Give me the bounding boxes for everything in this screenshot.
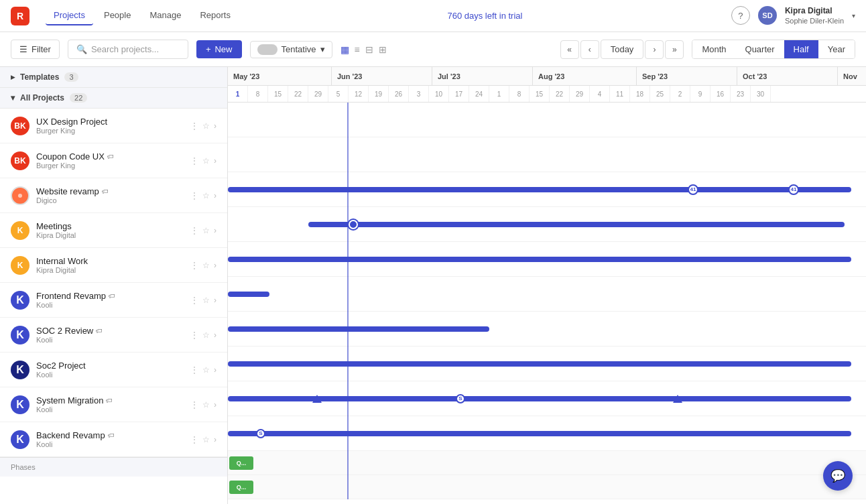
project-client-soc2-project: Kooli (36, 371, 185, 379)
dots-icon[interactable]: ⋮ (190, 365, 198, 375)
expand-icon[interactable]: › (214, 400, 216, 410)
gantt-row-phases-1: Q... (228, 451, 866, 475)
grid-icon[interactable]: ⊟ (365, 44, 373, 55)
project-actions-meetings: ⋮ ☆ › (190, 226, 216, 235)
expand-icon[interactable]: › (214, 330, 216, 340)
project-icon-soc2-review: K (11, 326, 29, 344)
project-info-backend-revamp: Backend Revamp 🏷 Kooli (36, 430, 185, 448)
gantt-row-coupon-code (228, 137, 866, 172)
nav-manage[interactable]: Manage (141, 6, 189, 25)
templates-section-header[interactable]: ▸ Templates 3 (0, 67, 227, 88)
month-row: May '23 Jun '23 Jul '23 Aug '23 Sep '23 … (228, 67, 866, 86)
project-client-backend-revamp: Kooli (36, 440, 185, 448)
tab-year[interactable]: Year (818, 40, 855, 58)
project-info-coupon-code: Coupon Code UX 🏷 Burger King (36, 151, 185, 170)
star-icon[interactable]: ☆ (202, 435, 210, 444)
dots-icon[interactable]: ⋮ (190, 156, 198, 166)
star-icon[interactable]: ☆ (202, 226, 210, 235)
dots-icon[interactable]: ⋮ (190, 121, 198, 131)
left-button[interactable]: ‹ (580, 40, 599, 59)
tag-icon-frontend: 🏷 (109, 292, 115, 300)
project-client-website-revamp: Digico (36, 196, 185, 204)
table-icon[interactable]: ⊞ (379, 44, 387, 55)
chat-bubble[interactable]: 💬 (823, 461, 853, 491)
dots-icon[interactable]: ⋮ (190, 191, 198, 200)
day-17: 17 (449, 86, 469, 102)
star-icon[interactable]: ☆ (202, 365, 210, 375)
project-name-meetings: Meetings (36, 221, 185, 231)
star-icon[interactable]: ☆ (202, 330, 210, 340)
nav-reports[interactable]: Reports (192, 6, 239, 25)
dots-icon[interactable]: ⋮ (190, 261, 198, 270)
expand-icon[interactable]: › (214, 191, 216, 200)
project-client-internal-work: Kipra Digital (36, 266, 185, 274)
project-name-soc2-project: Soc2 Project (36, 361, 185, 371)
project-row-ux-design[interactable]: BK UX Design Project Burger King ⋮ ☆ › (0, 109, 227, 143)
dots-icon[interactable]: ⋮ (190, 296, 198, 305)
project-name-system-migration: System Migration 🏷 (36, 395, 185, 405)
user-avatar: SD (758, 6, 777, 25)
today-button[interactable]: Today (601, 40, 644, 59)
day-8: 8 (248, 86, 268, 102)
timeline-navigation: « ‹ Today › » (560, 40, 684, 59)
expand-icon[interactable]: › (214, 156, 216, 166)
gantt-chart-area[interactable]: May '23 Jun '23 Jul '23 Aug '23 Sep '23 … (228, 67, 866, 504)
nav-people[interactable]: People (96, 6, 139, 25)
bar-chart-icon[interactable]: ▦ (341, 44, 349, 55)
tab-half[interactable]: Half (784, 40, 818, 58)
star-icon[interactable]: ☆ (202, 121, 210, 131)
filter-button[interactable]: ☰ Filter (11, 40, 60, 59)
view-icons: ▦ ≡ ⊟ ⊞ (341, 44, 387, 55)
day-8b: 8 (509, 86, 530, 102)
project-row-coupon-code[interactable]: BK Coupon Code UX 🏷 Burger King ⋮ ☆ › (0, 143, 227, 178)
help-button[interactable]: ? (731, 6, 750, 25)
month-oct: Oct '23 (737, 67, 838, 85)
double-right-button[interactable]: » (665, 40, 684, 59)
expand-icon[interactable]: › (214, 435, 216, 444)
project-row-frontend-revamp[interactable]: K Frontend Revamp 🏷 Kooli ⋮ ☆ › (0, 283, 227, 318)
star-icon[interactable]: ☆ (202, 296, 210, 305)
star-icon[interactable]: ☆ (202, 400, 210, 410)
expand-icon[interactable]: › (214, 226, 216, 235)
right-button[interactable]: › (645, 40, 664, 59)
expand-icon[interactable]: › (214, 261, 216, 270)
dots-icon[interactable]: ⋮ (190, 435, 198, 444)
day-26: 26 (389, 86, 409, 102)
app-logo[interactable]: R (11, 7, 29, 25)
nav-right: ? SD Kipra Digital Sophie Diler-Klein ▾ (731, 6, 855, 26)
user-menu-chevron[interactable]: ▾ (852, 12, 855, 19)
project-icon-backend-revamp: K (11, 430, 29, 449)
expand-icon[interactable]: › (214, 296, 216, 305)
project-info-frontend-revamp: Frontend Revamp 🏷 Kooli (36, 291, 185, 309)
expand-icon[interactable]: › (214, 121, 216, 131)
gantt-row-meetings (228, 207, 866, 242)
list-icon[interactable]: ≡ (355, 44, 360, 55)
project-client-frontend-revamp: Kooli (36, 301, 185, 309)
expand-icon[interactable]: › (214, 365, 216, 375)
search-icon: 🔍 (76, 44, 87, 54)
project-info-internal-work: Internal Work Kipra Digital (36, 256, 185, 274)
project-row-backend-revamp[interactable]: K Backend Revamp 🏷 Kooli ⋮ ☆ › (0, 422, 227, 457)
dots-icon[interactable]: ⋮ (190, 400, 198, 410)
dots-icon[interactable]: ⋮ (190, 330, 198, 340)
dots-icon[interactable]: ⋮ (190, 226, 198, 235)
star-icon[interactable]: ☆ (202, 191, 210, 200)
tab-quarter[interactable]: Quarter (736, 40, 784, 58)
day-2: 2 (670, 86, 690, 102)
all-projects-section-header[interactable]: ▾ All Projects 22 (0, 88, 227, 109)
project-row-soc2-review[interactable]: K SOC 2 Review 🏷 Kooli ⋮ ☆ › (0, 318, 227, 353)
star-icon[interactable]: ☆ (202, 156, 210, 166)
star-icon[interactable]: ☆ (202, 261, 210, 270)
project-row-website-revamp[interactable]: Website revamp 🏷 Digico ⋮ ☆ › (0, 178, 227, 213)
double-left-button[interactable]: « (560, 40, 579, 59)
project-client-ux-design: Burger King (36, 127, 185, 135)
project-row-system-migration[interactable]: K System Migration 🏷 Kooli ⋮ ☆ › (0, 387, 227, 422)
search-box[interactable]: 🔍 Search projects... (68, 40, 188, 59)
project-row-meetings[interactable]: K Meetings Kipra Digital ⋮ ☆ › (0, 213, 227, 248)
nav-projects[interactable]: Projects (46, 6, 93, 25)
tab-month[interactable]: Month (692, 40, 735, 58)
new-button[interactable]: + New (196, 40, 242, 58)
project-row-soc2-project[interactable]: K Soc2 Project Kooli ⋮ ☆ › (0, 353, 227, 387)
project-row-internal-work[interactable]: K Internal Work Kipra Digital ⋮ ☆ › (0, 248, 227, 283)
tentative-toggle[interactable]: Tentative ▾ (250, 41, 332, 58)
